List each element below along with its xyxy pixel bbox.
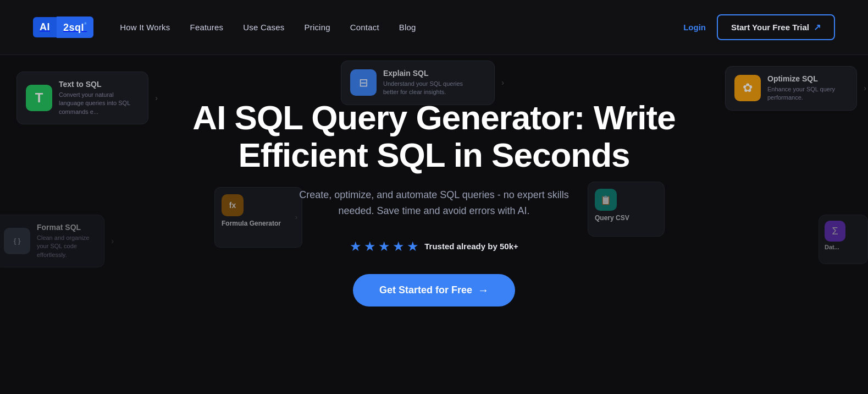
nav-link-contact[interactable]: Contact	[350, 23, 379, 32]
nav-link-features[interactable]: Features	[190, 23, 224, 32]
nav-link-blog[interactable]: Blog	[399, 23, 416, 32]
star-5: ★	[407, 239, 419, 254]
start-free-trial-button[interactable]: Start Your Free Trial ↗	[717, 14, 835, 40]
star-rating: ★ ★ ★ ★ ★	[350, 239, 419, 254]
hero-subtitle: Create, optimize, and automate SQL queri…	[280, 187, 588, 219]
logo-2sql-text: 2sql*	[57, 17, 93, 38]
logo[interactable]: AI 2sql*	[33, 17, 93, 38]
hero-title: AI SQL Query Generator: Write Efficient …	[187, 99, 682, 174]
hero-section: AI SQL Query Generator: Write Efficient …	[0, 55, 868, 307]
nav-link-how-it-works[interactable]: How It Works	[120, 23, 170, 32]
nav-links: How It Works Features Use Cases Pricing …	[120, 23, 416, 32]
star-4: ★	[392, 239, 405, 254]
star-1: ★	[350, 239, 362, 254]
get-started-button[interactable]: Get Started for Free →	[353, 274, 515, 307]
nav-left: AI 2sql* How It Works Features Use Cases…	[33, 17, 416, 38]
login-link[interactable]: Login	[683, 23, 706, 32]
trust-text: Trusted already by 50k+	[424, 242, 518, 251]
cta-arrow-icon: →	[478, 284, 489, 297]
nav-right: Login Start Your Free Trial ↗	[683, 14, 835, 40]
navbar: AI 2sql* How It Works Features Use Cases…	[0, 0, 868, 55]
star-3: ★	[378, 239, 390, 254]
nav-link-use-cases[interactable]: Use Cases	[243, 23, 284, 32]
star-2: ★	[364, 239, 376, 254]
trust-row: ★ ★ ★ ★ ★ Trusted already by 50k+	[0, 239, 868, 254]
cta-arrow-icon: ↗	[814, 22, 821, 32]
logo-ai-text: AI	[33, 17, 57, 37]
nav-link-pricing[interactable]: Pricing	[304, 23, 330, 32]
